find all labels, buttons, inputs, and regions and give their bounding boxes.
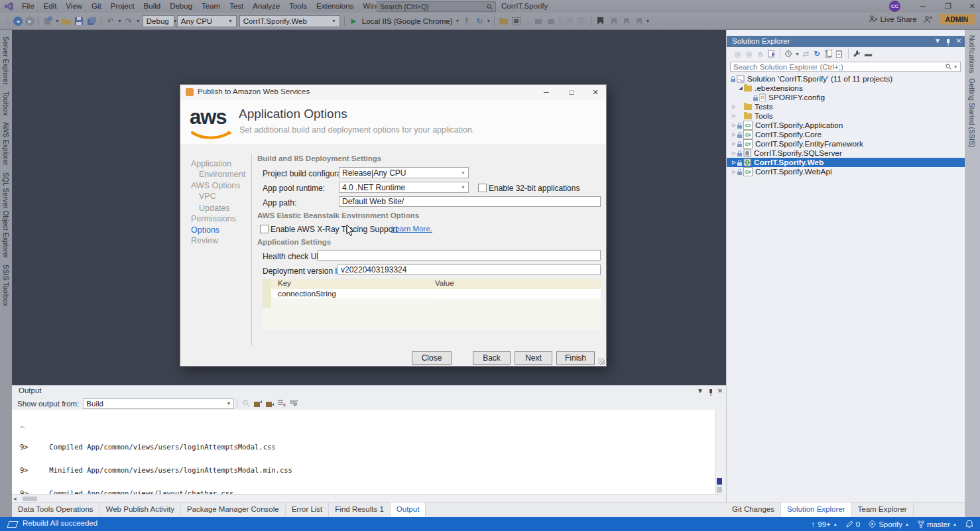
solution-explorer-search-input[interactable]: Search Solution Explorer (Ctrl+;) ▼ bbox=[730, 62, 961, 72]
sync-icon[interactable]: ⇄ bbox=[800, 48, 812, 59]
menu-view[interactable]: View bbox=[61, 0, 87, 13]
menu-git[interactable]: Git bbox=[87, 0, 106, 13]
toggle-bookmark-icon[interactable] bbox=[595, 15, 606, 27]
tab-notifications[interactable]: Notifications bbox=[968, 35, 976, 73]
tree-item-tests[interactable]: ▷ Tests bbox=[727, 102, 965, 111]
next-button[interactable]: Next bbox=[515, 351, 552, 365]
find-in-files-icon[interactable] bbox=[498, 15, 509, 27]
nav-aws-options[interactable]: AWS Options bbox=[191, 180, 245, 191]
app-path-input[interactable]: Default Web Site/ bbox=[339, 196, 601, 207]
close-button[interactable]: Close bbox=[412, 351, 452, 365]
save-icon[interactable] bbox=[74, 15, 85, 27]
enable-32bit-checkbox[interactable] bbox=[478, 184, 487, 192]
preview-selected-items-icon[interactable]: ▬ bbox=[863, 48, 874, 59]
decrease-indent-icon[interactable] bbox=[564, 15, 575, 27]
goto-next-message-icon[interactable] bbox=[264, 398, 276, 408]
send-feedback-icon[interactable] bbox=[924, 15, 932, 23]
output-title-bar[interactable]: Output ▼ ✕ bbox=[12, 386, 726, 397]
increase-indent-icon[interactable] bbox=[576, 15, 587, 27]
home-icon[interactable]: ⌂ bbox=[755, 48, 766, 59]
output-log[interactable]: 9> 9> Compiled App/common/views/users/lo… bbox=[12, 410, 715, 494]
tab-solution-explorer[interactable]: Solution Explorer bbox=[781, 502, 852, 518]
toolbar-overflow-icon[interactable]: ▼ bbox=[645, 19, 650, 23]
tab-aws-explorer[interactable]: AWS Explorer bbox=[2, 122, 10, 166]
nav-review[interactable]: Review bbox=[191, 235, 245, 246]
se-forward-icon[interactable]: ◎ bbox=[743, 48, 755, 59]
dialog-title-bar[interactable]: Publish to Amazon Web Services ─ □ ✕ bbox=[180, 85, 606, 100]
undo-icon[interactable]: ↶ bbox=[105, 15, 116, 27]
filter-dropdown-icon[interactable]: ▼ bbox=[795, 52, 800, 56]
menu-file[interactable]: File bbox=[17, 0, 39, 13]
undo-dropdown-icon[interactable]: ▼ bbox=[117, 19, 122, 23]
start-debugging-icon[interactable]: ▶ bbox=[348, 15, 359, 27]
dialog-maximize-button[interactable]: □ bbox=[562, 85, 581, 100]
tab-data-tools-operations[interactable]: Data Tools Operations bbox=[12, 502, 100, 518]
menu-team[interactable]: Team bbox=[197, 0, 225, 13]
toolbar-grip[interactable]: ⋮ bbox=[524, 17, 530, 25]
pending-changes-filter-icon[interactable] bbox=[783, 48, 794, 59]
refresh-dropdown-icon[interactable]: ▼ bbox=[487, 19, 491, 23]
menu-tools[interactable]: Tools bbox=[284, 0, 312, 13]
next-bookmark-icon[interactable] bbox=[620, 15, 631, 27]
minimize-button[interactable]: ─ bbox=[912, 0, 934, 13]
new-project-dropdown-icon[interactable]: ▼ bbox=[55, 19, 60, 23]
refresh-icon[interactable]: ↻ bbox=[474, 15, 485, 27]
solution-configuration-select[interactable]: Debug▼ bbox=[143, 15, 174, 27]
dialog-minimize-button[interactable]: ─ bbox=[537, 85, 556, 100]
repository-button[interactable]: Sporify▲ bbox=[869, 520, 909, 528]
branch-button[interactable]: master▲ bbox=[918, 520, 957, 528]
tab-getting-started-ssis[interactable]: Getting Started (SSIS) bbox=[968, 78, 976, 147]
menu-test[interactable]: Test bbox=[225, 0, 248, 13]
tab-output[interactable]: Output bbox=[391, 502, 426, 518]
collapsed-icon[interactable]: ▷ bbox=[731, 132, 737, 137]
find-message-icon[interactable] bbox=[240, 398, 252, 408]
word-wrap-icon[interactable] bbox=[288, 398, 300, 408]
admin-mode-badge[interactable]: ADMIN bbox=[939, 14, 975, 25]
scrollbar-thumb[interactable] bbox=[23, 497, 37, 501]
run-target-dropdown-icon[interactable]: ▼ bbox=[456, 19, 460, 23]
collapsed-icon[interactable]: ▷ bbox=[731, 113, 737, 119]
refresh-icon[interactable]: ↻ bbox=[812, 48, 823, 59]
tree-item-solution[interactable]: Solution 'CorrIT.Sporify' (11 of 11 proj… bbox=[727, 74, 965, 84]
menu-debug[interactable]: Debug bbox=[165, 0, 197, 13]
tree-item-project-webapi[interactable]: ▷ C# CorrIT.Sporify.WebApi bbox=[727, 167, 965, 176]
menu-edit[interactable]: Edit bbox=[39, 0, 62, 13]
dialog-close-button[interactable]: ✕ bbox=[586, 85, 605, 100]
se-pin-icon[interactable] bbox=[943, 37, 953, 46]
tree-item-project-entityframework[interactable]: ▷ C# CorrIT.Sporify.EntityFramework bbox=[727, 139, 965, 148]
tree-item-project-sqlserver[interactable]: ▷ CorrIT.Sporify.SQLServer bbox=[727, 148, 965, 158]
previous-bookmark-icon[interactable] bbox=[607, 15, 619, 27]
bell-icon[interactable] bbox=[965, 520, 973, 528]
collapse-all-icon[interactable] bbox=[834, 48, 845, 59]
collapsed-icon[interactable]: ▷ bbox=[731, 141, 737, 147]
tree-item-ebextensions[interactable]: ◢ .ebextensions bbox=[727, 84, 965, 93]
app-settings-table[interactable]: Key Value connectionString bbox=[263, 279, 601, 330]
output-window-position-icon[interactable]: ▼ bbox=[695, 387, 705, 394]
nav-updates[interactable]: Updates bbox=[191, 203, 245, 213]
attach-icon[interactable] bbox=[461, 15, 473, 27]
nav-vpc[interactable]: VPC bbox=[191, 191, 245, 202]
health-check-input[interactable] bbox=[318, 250, 601, 261]
switch-views-icon[interactable] bbox=[766, 48, 777, 59]
tree-item-project-core[interactable]: ▷ C# CorrIT.Sporify.Core bbox=[727, 130, 965, 139]
navigate-forward-icon[interactable]: ▸ bbox=[25, 17, 34, 26]
navigate-backward-history-icon[interactable] bbox=[532, 15, 544, 27]
finish-button[interactable]: Finish bbox=[556, 351, 595, 365]
nav-options-active[interactable]: Options bbox=[191, 225, 245, 235]
tab-web-publish-activity[interactable]: Web Publish Activity bbox=[100, 502, 181, 518]
tab-git-changes[interactable]: Git Changes bbox=[726, 502, 781, 518]
xray-checkbox[interactable] bbox=[260, 225, 269, 233]
unpushed-edits-button[interactable]: 0 bbox=[846, 520, 860, 528]
clear-bookmarks-icon[interactable] bbox=[633, 15, 644, 27]
setting-key-cell[interactable]: connectionString bbox=[271, 289, 432, 298]
output-source-select[interactable]: Build▼ bbox=[83, 398, 234, 409]
new-project-icon[interactable] bbox=[42, 15, 54, 27]
clear-all-icon[interactable] bbox=[276, 398, 288, 408]
push-count-button[interactable]: ↑ 99+▲ bbox=[812, 520, 837, 528]
back-button[interactable]: Back bbox=[473, 351, 511, 365]
tab-find-results-1[interactable]: Find Results 1 bbox=[329, 502, 391, 518]
nav-environment[interactable]: Environment bbox=[191, 169, 245, 180]
se-close-icon[interactable]: ✕ bbox=[953, 37, 964, 44]
resize-grip[interactable] bbox=[598, 358, 605, 365]
tree-item-project-application[interactable]: ▷ C# CorrIT.Sporify.Application bbox=[727, 121, 965, 130]
